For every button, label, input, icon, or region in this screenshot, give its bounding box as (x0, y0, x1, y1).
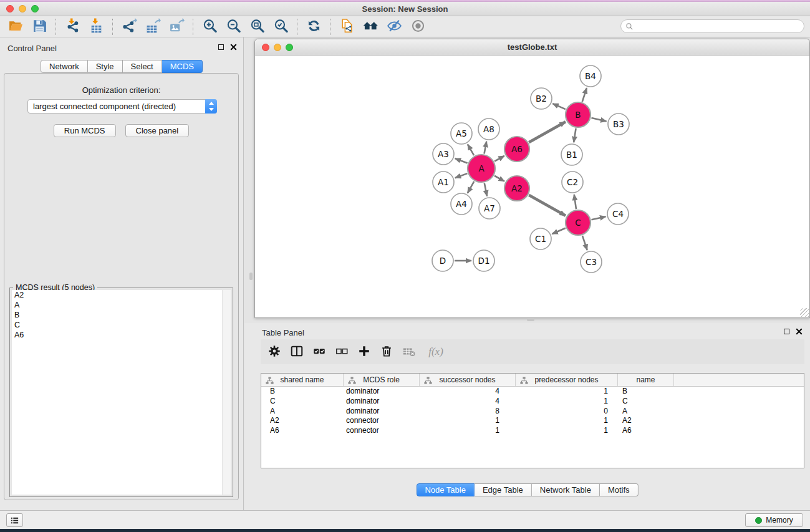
import-table-button[interactable] (84, 17, 108, 36)
zoom-selected-button[interactable] (269, 17, 292, 36)
copy-network-button[interactable] (335, 17, 359, 36)
memory-button[interactable]: Memory (745, 513, 803, 527)
toolbar-separator (193, 19, 193, 35)
save-session-button[interactable] (27, 17, 51, 36)
import-network-button[interactable] (60, 17, 84, 36)
tab-node-table[interactable]: Node Table (416, 483, 475, 496)
resize-grip-icon[interactable] (800, 308, 809, 317)
edge-A-A1[interactable] (455, 173, 468, 178)
zoom-fit-button[interactable] (245, 17, 269, 36)
edge-A-A7[interactable] (485, 183, 487, 196)
result-list-item[interactable]: B (12, 310, 231, 320)
zoom-out-button[interactable] (221, 17, 245, 36)
tree-icon (520, 377, 528, 386)
table-header-row: shared nameMCDS rolesuccessor nodesprede… (261, 374, 804, 387)
refresh-layout-button[interactable] (302, 17, 325, 36)
zoom-fit-icon (249, 18, 265, 36)
edge-C-C1[interactable] (552, 228, 565, 234)
export-network-button[interactable] (117, 17, 141, 36)
table-row[interactable]: Adominator80A (261, 407, 804, 417)
horizontal-scrollbar-thumb[interactable] (527, 318, 534, 321)
add-column-button[interactable] (353, 342, 375, 362)
edge-A-A4[interactable] (468, 181, 474, 193)
close-panel-button[interactable]: Close panel (125, 124, 190, 137)
result-list-item[interactable]: A6 (12, 330, 231, 340)
result-list-scrollbar[interactable] (222, 290, 231, 495)
optimization-criterion-dropdown[interactable]: largest connected component (directed) (27, 99, 217, 114)
tab-style[interactable]: Style (88, 60, 123, 73)
column-header-MCDS-role[interactable]: MCDS role (344, 374, 420, 386)
edge-C-C3[interactable] (582, 236, 587, 250)
mcds-result-list[interactable]: A2ABCA6 (12, 290, 231, 495)
home-button[interactable] (359, 17, 382, 36)
table-row[interactable]: A2connector11A2 (261, 416, 804, 426)
split-columns-button[interactable] (286, 342, 308, 362)
column-header-shared-name[interactable]: shared name (261, 374, 344, 386)
eye-button[interactable] (406, 17, 430, 36)
tab-mcds[interactable]: MCDS (162, 60, 203, 73)
search-input[interactable] (634, 22, 804, 31)
float-panel-icon[interactable] (218, 44, 224, 50)
tab-edge-table[interactable]: Edge Table (475, 483, 532, 496)
float-panel-icon[interactable] (784, 329, 789, 334)
deselect-all-button[interactable] (330, 342, 353, 362)
tab-motifs[interactable]: Motifs (600, 483, 639, 496)
column-header-successor-nodes[interactable]: successor nodes (420, 374, 516, 386)
edge-A-A3[interactable] (455, 158, 468, 163)
export-table-button[interactable] (141, 17, 165, 36)
table-cell: dominator (344, 407, 420, 417)
table-row[interactable]: Bdominator41B (261, 387, 804, 397)
run-mcds-button[interactable]: Run MCDS (54, 124, 116, 137)
memory-status-icon (755, 517, 762, 524)
toolbar-separator (330, 19, 330, 35)
edge-B-B4[interactable] (582, 88, 587, 102)
column-header-predecessor-nodes[interactable]: predecessor nodes (516, 374, 618, 386)
edge-C-C4[interactable] (591, 216, 605, 220)
table-cell: 4 (420, 397, 516, 407)
column-header-name[interactable]: name (618, 374, 674, 386)
close-panel-icon[interactable] (796, 328, 803, 335)
task-history-button[interactable] (6, 513, 23, 527)
network-graph-canvas[interactable]: B4B2BB3A5A8A6A3B1AA1C2A2A4A7C4CC1C3DD1 (255, 56, 809, 317)
table-row[interactable]: A6connector11A6 (261, 426, 804, 436)
window-title: Session: New Session (0, 4, 810, 14)
result-list-item[interactable]: A (12, 300, 231, 310)
add-column-icon (357, 344, 371, 360)
edge-A-A8[interactable] (484, 142, 486, 154)
edge-A6-B[interactable] (529, 122, 566, 142)
mcds-result-group: MCDS result (5 nodes) A2ABCA6 (9, 288, 233, 497)
delete-column-button[interactable] (375, 342, 398, 362)
edge-B-B2[interactable] (552, 104, 566, 109)
refresh-layout-icon (306, 18, 322, 36)
zoom-in-button[interactable] (198, 17, 221, 36)
open-file-icon (8, 18, 24, 36)
edge-C-C2[interactable] (574, 195, 576, 209)
close-panel-icon[interactable] (230, 44, 237, 51)
status-bar: Memory (0, 510, 810, 529)
result-list-item[interactable]: A2 (12, 290, 231, 300)
edge-A2-C[interactable] (529, 195, 566, 216)
edge-A-A2[interactable] (494, 176, 504, 181)
select-all-button[interactable] (308, 342, 330, 362)
tab-network[interactable]: Network (41, 60, 88, 73)
eye-slash-button[interactable] (382, 17, 406, 36)
export-image-button[interactable] (165, 17, 188, 36)
result-list-item[interactable]: C (12, 320, 231, 330)
settings-gear-button[interactable] (263, 342, 286, 362)
edge-A-A5[interactable] (468, 144, 474, 155)
vertical-scrollbar-thumb[interactable] (249, 273, 253, 280)
edge-B-B3[interactable] (591, 118, 606, 122)
tab-select[interactable]: Select (123, 60, 162, 73)
function-builder-button: f(x) (420, 342, 449, 362)
table-row[interactable]: Cdominator41C (261, 397, 804, 407)
table-cell: A6 (618, 426, 674, 436)
tab-network-table[interactable]: Network Table (532, 483, 600, 496)
control-panel: Control Panel NetworkStyleSelectMCDS Opt… (0, 37, 244, 510)
home-icon (363, 18, 378, 36)
search-field[interactable] (620, 19, 804, 33)
edge-A-A6[interactable] (494, 156, 504, 162)
node-label-C3: C3 (586, 257, 597, 267)
edge-B-B1[interactable] (574, 128, 576, 143)
application-window: Session: New Session Control Panel Netwo… (0, 0, 810, 532)
open-file-button[interactable] (4, 17, 27, 36)
